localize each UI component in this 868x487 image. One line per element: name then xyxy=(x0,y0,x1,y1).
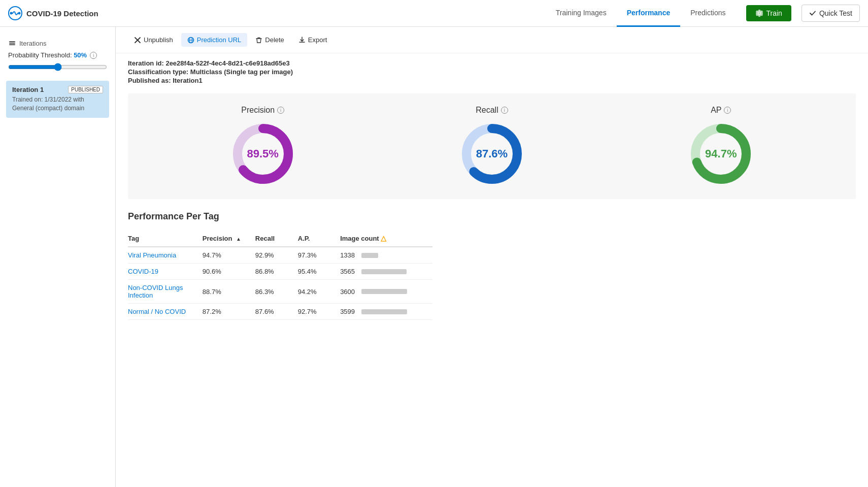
col-header-recall[interactable]: Recall xyxy=(255,230,298,247)
app-title: COVID-19 Detection xyxy=(26,9,98,18)
threshold-info-icon[interactable]: i xyxy=(90,52,97,59)
threshold-slider-container xyxy=(0,63,115,73)
svg-rect-5 xyxy=(9,44,15,45)
col-header-tag[interactable]: Tag xyxy=(128,230,203,247)
precision-cell: 87.2% xyxy=(203,304,255,320)
col-header-precision[interactable]: Precision ▲ xyxy=(203,230,255,247)
precision-info-icon[interactable]: i xyxy=(277,107,284,114)
export-icon xyxy=(298,37,306,44)
app-logo: COVID-19 Detection xyxy=(8,6,98,20)
iteration-id-value: 2ee28f4a-522f-4ec4-8d21-c6e918ad65e3 xyxy=(165,59,289,67)
tag-link[interactable]: Viral Pneumonia xyxy=(128,251,176,259)
classification-type-row: Classification type: Multiclass (Single … xyxy=(128,68,856,76)
image-count-cell: 1338 xyxy=(340,247,432,264)
iteration-id-row: Iteration id: 2ee28f4a-522f-4ec4-8d21-c6… xyxy=(128,59,856,67)
recall-cell: 86.3% xyxy=(255,280,298,304)
table-row: Viral Pneumonia 94.7% 92.9% 97.3% 1338 xyxy=(128,247,432,264)
col-header-ap[interactable]: A.P. xyxy=(298,230,340,247)
iteration-card-header: Iteration 1 PUBLISHED xyxy=(12,86,103,93)
tag-link[interactable]: COVID-19 xyxy=(128,268,158,275)
warning-icon: △ xyxy=(381,234,386,242)
recall-cell: 92.9% xyxy=(255,247,298,264)
sidebar-iterations[interactable]: Iterations xyxy=(0,35,115,51)
main-layout: Iterations Probability Threshold: 50% i … xyxy=(0,27,868,487)
app-logo-icon xyxy=(8,6,22,20)
table-row: Non-COVID Lungs Infection 88.7% 86.3% 94… xyxy=(128,280,432,304)
iteration-detail: Trained on: 1/31/2022 with General (comp… xyxy=(12,95,103,113)
published-as-value: Iteration1 xyxy=(173,77,203,84)
classification-type-value: Multiclass (Single tag per image) xyxy=(190,68,293,76)
nav-performance[interactable]: Performance xyxy=(617,0,681,27)
svg-rect-4 xyxy=(9,43,15,44)
performance-per-tag-section: Performance Per Tag Tag Precision ▲ Reca… xyxy=(116,207,868,324)
iteration-name: Iteration 1 xyxy=(12,86,44,93)
main-content: Unpublish Prediction URL Delete xyxy=(116,27,868,487)
unpublish-button[interactable]: Unpublish xyxy=(128,33,179,47)
layers-icon xyxy=(8,39,16,47)
export-label: Export xyxy=(308,36,327,44)
precision-label: Precision i xyxy=(241,106,284,115)
check-icon xyxy=(809,10,816,17)
nav-training-images[interactable]: Training Images xyxy=(546,0,617,27)
table-header-row: Tag Precision ▲ Recall A.P. Image count … xyxy=(128,230,432,247)
delete-button[interactable]: Delete xyxy=(249,33,290,47)
iteration-card[interactable]: Iteration 1 PUBLISHED Trained on: 1/31/2… xyxy=(6,81,109,118)
iteration-info: Iteration id: 2ee28f4a-522f-4ec4-8d21-c6… xyxy=(116,53,868,89)
ap-cell: 95.4% xyxy=(298,264,340,280)
prediction-url-button[interactable]: Prediction URL xyxy=(181,33,247,47)
precision-cell: 94.7% xyxy=(203,247,255,264)
precision-metric: Precision i 89.5% xyxy=(230,106,296,187)
topbar: COVID-19 Detection Training Images Perfo… xyxy=(0,0,868,27)
threshold-slider[interactable] xyxy=(8,63,107,71)
precision-cell: 90.6% xyxy=(203,264,255,280)
tag-link[interactable]: Normal / No COVID xyxy=(128,308,186,315)
delete-label: Delete xyxy=(265,36,284,44)
image-count-cell: 3600 xyxy=(340,280,432,304)
gear-icon xyxy=(755,9,763,17)
nav-predictions[interactable]: Predictions xyxy=(680,0,736,27)
ap-value: 94.7% xyxy=(705,147,737,160)
toolbar: Unpublish Prediction URL Delete xyxy=(116,27,868,53)
image-count-cell: 3565 xyxy=(340,264,432,280)
precision-donut: 89.5% xyxy=(230,121,296,187)
table-body: Viral Pneumonia 94.7% 92.9% 97.3% 1338 C… xyxy=(128,247,432,320)
recall-label: Recall i xyxy=(476,106,508,115)
sidebar: Iterations Probability Threshold: 50% i … xyxy=(0,27,116,487)
train-button[interactable]: Train xyxy=(746,5,791,21)
image-count-cell: 3599 xyxy=(340,304,432,320)
svg-rect-3 xyxy=(9,41,15,42)
recall-cell: 87.6% xyxy=(255,304,298,320)
iterations-label: Iterations xyxy=(19,40,46,47)
svg-point-2 xyxy=(18,12,21,15)
threshold-row: Probability Threshold: 50% i xyxy=(0,51,115,59)
recall-cell: 86.8% xyxy=(255,264,298,280)
threshold-pct: 50% xyxy=(74,51,87,59)
recall-donut: 87.6% xyxy=(459,121,525,187)
top-nav: Training Images Performance Predictions xyxy=(546,0,736,27)
tag-link[interactable]: Non-COVID Lungs Infection xyxy=(128,284,183,299)
ap-donut: 94.7% xyxy=(688,121,754,187)
quicktest-button[interactable]: Quick Test xyxy=(802,5,860,22)
ap-metric: AP i 94.7% xyxy=(688,106,754,187)
recall-metric: Recall i 87.6% xyxy=(459,106,525,187)
quicktest-label: Quick Test xyxy=(819,9,852,17)
published-as-row: Published as: Iteration1 xyxy=(128,77,856,84)
performance-per-tag-title: Performance Per Tag xyxy=(128,211,856,222)
ap-label: AP i xyxy=(711,106,731,115)
table-row: Normal / No COVID 87.2% 87.6% 92.7% 3599 xyxy=(128,304,432,320)
x-icon xyxy=(134,37,141,44)
recall-value: 87.6% xyxy=(476,147,508,160)
recall-info-icon[interactable]: i xyxy=(501,107,508,114)
precision-cell: 88.7% xyxy=(203,280,255,304)
export-button[interactable]: Export xyxy=(292,33,333,47)
threshold-label: Probability Threshold: 50% xyxy=(8,51,87,59)
unpublish-label: Unpublish xyxy=(144,36,173,44)
ap-cell: 92.7% xyxy=(298,304,340,320)
metrics-section: Precision i 89.5% Recall i xyxy=(128,93,856,199)
trash-icon xyxy=(255,37,262,44)
col-header-image-count[interactable]: Image count △ xyxy=(340,230,432,247)
table-row: COVID-19 90.6% 86.8% 95.4% 3565 xyxy=(128,264,432,280)
ap-cell: 97.3% xyxy=(298,247,340,264)
precision-value: 89.5% xyxy=(247,147,278,160)
ap-info-icon[interactable]: i xyxy=(724,107,731,114)
